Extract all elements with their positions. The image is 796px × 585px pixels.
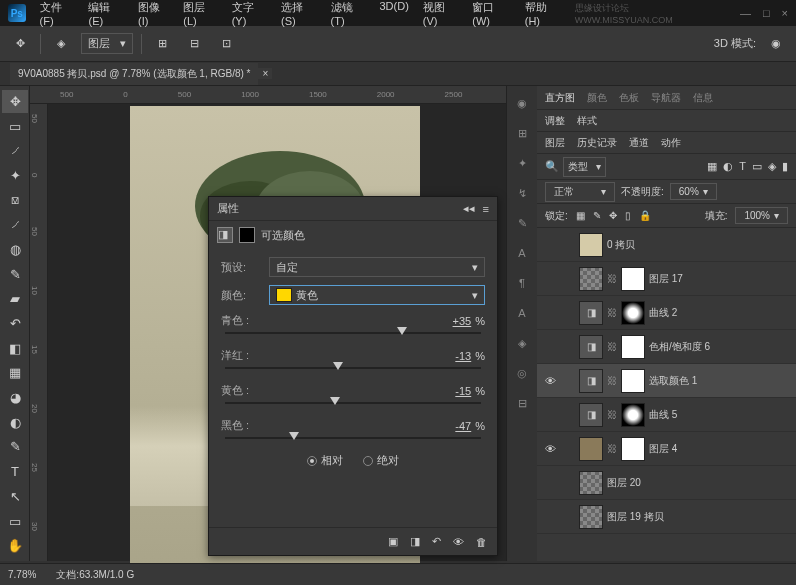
layer-item[interactable]: 图层 19 拷贝 (537, 500, 796, 534)
lock-icon[interactable]: ▦ (576, 210, 585, 221)
panel-tab[interactable]: 色板 (619, 91, 639, 105)
filter-switch[interactable]: ▮ (782, 160, 788, 173)
view-previous-icon[interactable]: ◨ (410, 535, 420, 548)
slider-track[interactable] (225, 402, 481, 404)
layer-item[interactable]: 👁◨⛓选取颜色 1 (537, 364, 796, 398)
lock-icon[interactable]: ✥ (609, 210, 617, 221)
layer-mask[interactable] (621, 267, 645, 291)
type-tool[interactable]: T (2, 460, 28, 483)
slider-value[interactable]: +35 (431, 315, 471, 327)
panel-tab[interactable]: 动作 (661, 136, 681, 150)
align-icon[interactable]: ⊡ (214, 32, 238, 56)
filter-icon[interactable]: ▭ (752, 160, 762, 173)
lock-icon[interactable]: ✎ (593, 210, 601, 221)
panel-tab[interactable]: 图层 (545, 136, 565, 150)
link-icon[interactable]: ⛓ (607, 409, 617, 420)
slider-track[interactable] (225, 437, 481, 439)
layer-name[interactable]: 曲线 5 (649, 408, 677, 422)
menu-item[interactable]: 选择(S) (281, 0, 316, 27)
color-dropdown[interactable]: 黄色▾ (269, 285, 485, 305)
pen-tool[interactable]: ✎ (2, 436, 28, 459)
filter-icon[interactable]: ◐ (723, 160, 733, 173)
panel-tab[interactable]: 通道 (629, 136, 649, 150)
layer-name[interactable]: 色相/饱和度 6 (649, 340, 710, 354)
visibility-toggle[interactable]: 👁 (541, 443, 559, 455)
slider-value[interactable]: -47 (431, 420, 471, 432)
dock-icon[interactable]: ↯ (509, 180, 535, 206)
doc-info[interactable]: 文档:63.3M/1.0 G (56, 568, 134, 582)
panel-tab[interactable]: 信息 (693, 91, 713, 105)
auto-select-icon[interactable]: ◈ (49, 32, 73, 56)
collapse-icon[interactable]: ◂◂ (463, 202, 475, 215)
history-brush-tool[interactable]: ↶ (2, 312, 28, 335)
filter-icon[interactable]: ▦ (707, 160, 717, 173)
layer-name[interactable]: 选取颜色 1 (649, 374, 697, 388)
dock-icon[interactable]: ✦ (509, 150, 535, 176)
layer-item[interactable]: ⛓图层 17 (537, 262, 796, 296)
align-icon[interactable]: ⊟ (182, 32, 206, 56)
zoom-value[interactable]: 7.78% (8, 569, 36, 580)
reset-icon[interactable]: ↶ (432, 535, 441, 548)
document-tab[interactable]: 9V0A0885 拷贝.psd @ 7.78% (选取颜色 1, RGB/8) … (10, 63, 258, 85)
maximize-icon[interactable]: □ (763, 7, 770, 19)
layer-mask[interactable] (621, 437, 645, 461)
wand-tool[interactable]: ✦ (2, 164, 28, 187)
filter-type-dropdown[interactable]: 类型▾ (563, 157, 606, 177)
crop-tool[interactable]: ⟏ (2, 189, 28, 212)
eraser-tool[interactable]: ◧ (2, 337, 28, 360)
preset-dropdown[interactable]: 自定▾ (269, 257, 485, 277)
dock-icon[interactable]: ⊟ (509, 390, 535, 416)
lock-icon[interactable]: ▯ (625, 210, 631, 221)
menu-item[interactable]: 滤镜(T) (331, 0, 366, 27)
visibility-toggle[interactable]: 👁 (541, 375, 559, 387)
dock-icon[interactable]: A (509, 300, 535, 326)
menu-icon[interactable]: ≡ (483, 203, 489, 215)
dock-icon[interactable]: ✎ (509, 210, 535, 236)
path-tool[interactable]: ↖ (2, 485, 28, 508)
shape-tool[interactable]: ▭ (2, 510, 28, 533)
slider-track[interactable] (225, 367, 481, 369)
align-icon[interactable]: ⊞ (150, 32, 174, 56)
layer-item[interactable]: 👁⛓图层 4 (537, 432, 796, 466)
dock-icon[interactable]: A (509, 240, 535, 266)
dock-icon[interactable]: ◎ (509, 360, 535, 386)
dodge-tool[interactable]: ◐ (2, 411, 28, 434)
dock-icon[interactable]: ¶ (509, 270, 535, 296)
menu-item[interactable]: 帮助(H) (525, 0, 561, 27)
radio-relative[interactable]: 相对 (307, 453, 343, 468)
panel-tab[interactable]: 颜色 (587, 91, 607, 105)
layer-name[interactable]: 图层 4 (649, 442, 677, 456)
menu-item[interactable]: 编辑(E) (88, 0, 123, 27)
filter-icon[interactable]: T (739, 160, 746, 173)
delete-icon[interactable]: 🗑 (476, 536, 487, 548)
menu-item[interactable]: 文字(Y) (232, 0, 267, 27)
slider-track[interactable] (225, 332, 481, 334)
menu-item[interactable]: 3D(D) (379, 0, 408, 27)
layer-item[interactable]: ◨⛓曲线 5 (537, 398, 796, 432)
move-tool-icon[interactable]: ✥ (8, 32, 32, 56)
target-dropdown[interactable]: 图层▾ (81, 33, 133, 54)
search-icon[interactable]: 🔍 (545, 160, 559, 173)
eyedrop-tool[interactable]: ⟋ (2, 213, 28, 236)
layer-name[interactable]: 曲线 2 (649, 306, 677, 320)
layer-item[interactable]: 0 拷贝 (537, 228, 796, 262)
panel-tab[interactable]: 样式 (577, 114, 597, 128)
panel-tab[interactable]: 历史记录 (577, 136, 617, 150)
panel-tab[interactable]: 直方图 (545, 91, 575, 105)
3d-icon[interactable]: ◉ (764, 32, 788, 56)
close-icon[interactable]: × (782, 7, 788, 19)
dock-icon[interactable]: ⊞ (509, 120, 535, 146)
filter-icon[interactable]: ◈ (768, 160, 776, 173)
layer-item[interactable]: 图层 20 (537, 466, 796, 500)
layer-name[interactable]: 图层 20 (607, 476, 641, 490)
dock-icon[interactable]: ◉ (509, 90, 535, 116)
link-icon[interactable]: ⛓ (607, 443, 617, 454)
panel-tab[interactable]: 导航器 (651, 91, 681, 105)
opacity-input[interactable]: 60%▾ (670, 183, 717, 200)
layer-name[interactable]: 0 拷贝 (607, 238, 635, 252)
brush-tool[interactable]: ✎ (2, 263, 28, 286)
link-icon[interactable]: ⛓ (607, 307, 617, 318)
stamp-tool[interactable]: ▰ (2, 288, 28, 311)
minimize-icon[interactable]: — (740, 7, 751, 19)
hand-tool[interactable]: ✋ (2, 534, 28, 557)
